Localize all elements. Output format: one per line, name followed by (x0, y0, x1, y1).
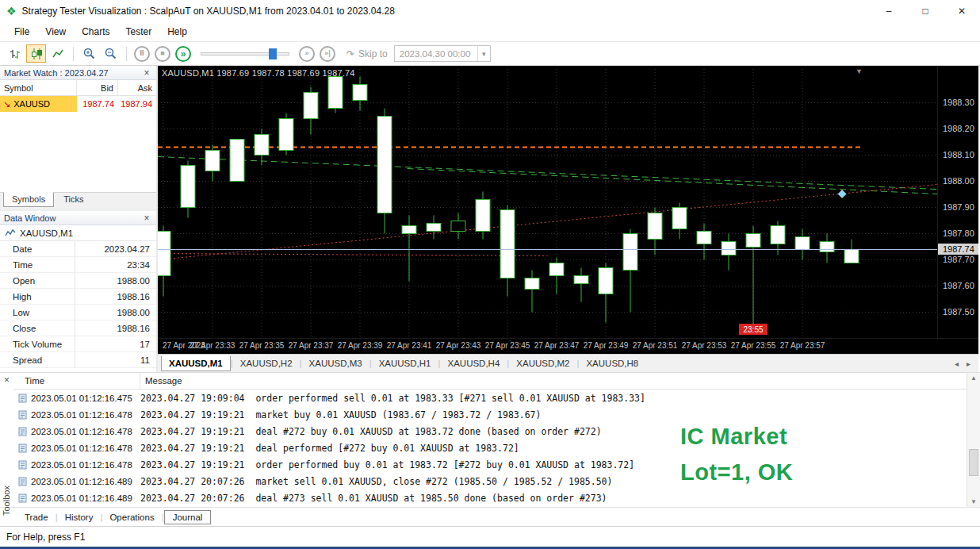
menu-item-tester[interactable]: Tester (117, 24, 159, 40)
chart-tab-xauusd-h2[interactable]: XAUUSD,H2 (233, 356, 300, 370)
auto-scroll-marker-icon[interactable]: ▼ (856, 67, 863, 75)
bars-chart-icon (9, 48, 21, 60)
menu-item-view[interactable]: View (37, 24, 74, 40)
minimize-button[interactable]: – (871, 0, 907, 22)
price-tick-label: 1988.10 (943, 150, 974, 159)
market-watch-tab-symbols[interactable]: Symbols (3, 192, 54, 207)
time-axis[interactable]: 27 Apr 202327 Apr 23:3327 Apr 23:3527 Ap… (158, 338, 978, 354)
journal-message: 2023.04.27 19:19:21 deal performed [#272… (140, 443, 519, 454)
journal-column-message[interactable]: Message (140, 376, 967, 386)
zoom-out-button[interactable] (101, 44, 121, 63)
menu-item-charts[interactable]: Charts (74, 24, 117, 40)
journal-row[interactable]: 2023.05.01 01:12:16.4782023.04.27 19:19:… (13, 406, 967, 423)
journal-time: 2023.05.01 01:12:16.475 (31, 394, 140, 403)
journal-row[interactable]: 2023.05.01 01:12:16.4892023.04.27 20:07:… (13, 473, 967, 489)
line-chart-icon (52, 48, 64, 60)
data-window-header: Data Window × (0, 211, 156, 225)
journal-row[interactable]: 2023.05.01 01:12:16.4782023.04.27 19:19:… (13, 440, 967, 456)
toolbox-tab-journal[interactable]: Journal (164, 510, 212, 524)
candlestick-chart[interactable]: 23:55 (158, 66, 937, 338)
chart-tab-xauusd-m1[interactable]: XAUUSD,M1 (161, 355, 231, 371)
step-forward-button[interactable]: » (299, 46, 315, 62)
zoom-in-button[interactable] (79, 44, 99, 63)
candles-chart-mode-button[interactable] (26, 44, 46, 63)
toolbar-separator (126, 47, 127, 61)
close-button[interactable]: ✕ (944, 0, 980, 22)
data-window-row: Open1988.00 (0, 273, 156, 289)
time-tick-label: 27 Apr 23:33 (185, 341, 240, 350)
field-label: Spread (0, 352, 75, 367)
chart-tab-xauusd-h1[interactable]: XAUUSD,H1 (372, 356, 438, 370)
journal-row[interactable]: 2023.05.01 01:12:16.4892023.04.27 20:07:… (13, 489, 967, 506)
journal-message: 2023.04.27 19:19:21 market buy 0.01 XAUU… (140, 409, 541, 420)
journal-column-time[interactable]: Time (13, 373, 140, 389)
market-watch-header: Market Watch : 2023.04.27 × (0, 66, 156, 80)
data-window-instrument-row[interactable]: XAUUSD,M1 (0, 225, 156, 241)
field-value: 1988.00 (75, 308, 156, 317)
chart-tab-nav: ◂ ▸ (955, 359, 978, 368)
data-window-row: Date2023.04.27 (0, 241, 156, 257)
data-window-close-icon[interactable]: × (141, 213, 152, 224)
symbol-cell[interactable]: ↘XAUUSD (0, 96, 77, 112)
menu-item-file[interactable]: File (6, 24, 37, 40)
market-watch-column-symbol[interactable]: Symbol (0, 80, 77, 95)
chart-tab-xauusd-h8[interactable]: XAUUSD,H8 (579, 356, 645, 370)
journal-row[interactable]: 2023.05.01 01:12:16.4752023.04.27 19:09:… (13, 390, 967, 406)
journal-message: 2023.04.27 19:09:04 order performed sell… (140, 393, 645, 404)
skip-date-combobox[interactable]: 2023.04.30 00:00 ▾ (394, 45, 491, 62)
skip-to-icon: ↷ (346, 48, 354, 60)
scroll-down-icon[interactable]: ▼ (970, 498, 977, 505)
data-window-row: Close1988.16 (0, 321, 156, 336)
bars-chart-mode-button[interactable] (5, 44, 25, 63)
market-watch-row[interactable]: ↘XAUUSD1987.741987.94 (0, 96, 156, 112)
stop-button[interactable]: ■ (155, 46, 170, 62)
data-window-fields: Date2023.04.27Time23:34Open1988.00High19… (0, 241, 156, 368)
market-watch-column-ask[interactable]: Ask (118, 80, 156, 95)
journal-row[interactable]: 2023.05.01 01:12:16.4782023.04.27 19:19:… (13, 423, 967, 440)
journal-close-icon[interactable]: × (4, 376, 10, 384)
chart-tab-xauusd-m2[interactable]: XAUUSD,M2 (509, 356, 576, 370)
line-chart-mode-button[interactable] (48, 44, 67, 63)
journal-scrollbar[interactable]: ▲ ▼ (967, 373, 980, 507)
chart-tab-xauusd-m3[interactable]: XAUUSD,M3 (302, 356, 369, 370)
toolbox-tab-operations[interactable]: Operations (102, 511, 161, 524)
chart-tabs: XAUUSD,M1|XAUUSD,H2|XAUUSD,M3|XAUUSD,H1|… (161, 355, 645, 371)
field-value: 17 (75, 340, 156, 349)
app-icon: ❖ (6, 5, 17, 17)
price-scale[interactable]: 1988.301988.201988.101988.001987.901987.… (937, 66, 978, 338)
skip-to-group: ↷ Skip to (346, 48, 388, 60)
combo-dropdown-icon[interactable]: ▾ (477, 46, 490, 61)
zoom-in-icon (82, 47, 96, 60)
market-watch-close-icon[interactable]: × (141, 67, 152, 79)
market-watch-column-bid[interactable]: Bid (77, 80, 118, 95)
tab-scroll-right-icon[interactable]: ▸ (967, 359, 970, 368)
field-label: Open (0, 273, 75, 288)
journal-message: 2023.04.27 20:07:26 deal #273 sell 0.01 … (140, 493, 607, 504)
data-window-row: Time23:34 (0, 257, 156, 273)
data-window-title: Data Window (4, 213, 56, 223)
maximize-button[interactable]: □ (907, 0, 944, 22)
journal-row[interactable]: 2023.05.01 01:12:16.4782023.04.27 19:19:… (13, 456, 967, 473)
chart-tab-xauusd-h4[interactable]: XAUUSD,H4 (441, 356, 507, 370)
price-tick-label: 1987.80 (943, 228, 974, 238)
pause-button[interactable]: Ⅱ (134, 46, 150, 62)
time-tick-label: 27 Apr 23:35 (234, 341, 289, 350)
journal-panel: × Time Message 2023.05.01 01:12:16.47520… (0, 372, 980, 507)
toolbox-tab-history[interactable]: History (58, 511, 101, 524)
fast-forward-button[interactable]: » (175, 46, 191, 62)
go-to-end-button[interactable]: »| (320, 46, 335, 62)
chart-canvas[interactable]: 23:55 XAUUSD,M1 1987.69 1987.78 1987.69 … (158, 66, 937, 338)
speed-slider-thumb[interactable] (269, 48, 277, 60)
menu-item-help[interactable]: Help (159, 24, 195, 40)
field-value: 11 (75, 355, 156, 365)
bid-value: 1987.74 (77, 96, 118, 112)
scroll-up-icon[interactable]: ▲ (970, 374, 977, 382)
ask-value: 1987.94 (118, 96, 156, 112)
scrollbar-thumb[interactable] (969, 449, 978, 476)
field-label: Low (0, 305, 75, 320)
toolbox-tab-trade[interactable]: Trade (17, 511, 56, 524)
market-watch-tab-ticks[interactable]: Ticks (56, 193, 91, 206)
tab-scroll-left-icon[interactable]: ◂ (955, 359, 959, 368)
speed-slider[interactable] (201, 46, 289, 62)
field-label: High (0, 289, 75, 304)
